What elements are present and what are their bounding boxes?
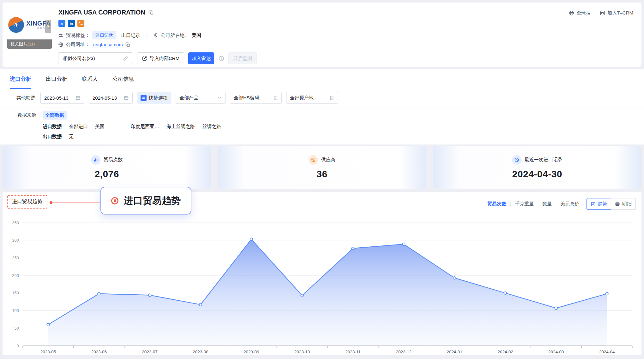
supplier-store-icon [309,155,318,165]
location-pin-icon [153,33,158,38]
similar-companies-label: 相似公司名(23) [63,56,95,62]
bar-chart-icon [91,155,100,165]
document-list-icon [329,96,334,100]
import-records-tag[interactable]: 进口记录 [92,31,116,39]
callout-title: 进口贸易趋势 [124,194,181,207]
chevron-down-icon [217,96,222,100]
tab-label: 进口分析 [10,75,31,83]
company-logo-card[interactable]: ✈ XINGFA GROUP › 相关图片(11) [7,7,52,49]
metric-kg-weight[interactable]: 千克重量 [515,201,534,207]
header-actions: 相似公司名(23) 导入内部CRM 加入雷达 开启监测 [58,52,257,64]
trade-tags-row: 贸易标签： 进口记录 出口记录 公司所在地： 美国 [58,31,201,39]
website-label: 公司网址： [66,42,90,48]
website-icon[interactable]: e [58,20,65,27]
calendar-icon [75,95,81,100]
stat-trade-count-card: 贸易次数 2,076 [3,146,211,189]
date-from-input[interactable]: 2023-05-13 [40,92,84,104]
import-source-item[interactable]: 海上丝绸之路 [166,124,195,130]
trend-callout: 进口贸易趋势 [100,187,191,215]
phone-icon[interactable] [77,20,84,27]
target-icon [111,197,118,204]
svg-text:250: 250 [12,256,19,260]
import-crm-button[interactable]: 导入内部CRM [137,52,184,64]
svg-text:2024-04: 2024-04 [599,350,615,354]
metric-quantity[interactable]: 数量 [542,201,552,207]
stat-value: 2024-04-30 [512,169,562,180]
copy-icon[interactable] [148,10,154,15]
all-data-filter[interactable]: 全部数据 [43,111,67,120]
quick-options-button[interactable]: 快捷选项 [137,92,171,104]
product-select[interactable]: 全部产品 [176,92,226,104]
svg-text:2023-05: 2023-05 [40,350,56,354]
related-images-label[interactable]: 相关图片(11) [7,39,52,49]
svg-text:300: 300 [12,238,19,243]
next-image-chevron[interactable]: › [45,20,51,33]
metric-trade-count[interactable]: 贸易次数 [487,201,506,207]
start-monitor-label: 开启监测 [233,56,252,62]
svg-text:100: 100 [12,308,19,313]
swap-arrows-icon [58,33,63,38]
global-search-button[interactable]: 全球搜 [569,10,591,16]
tab-export-analysis[interactable]: 出口分析 [46,69,67,89]
stat-label: 贸易次数 [104,157,123,163]
data-source-section: 数据来源 全部数据 进口数据 全部进口 美国 印度尼西亚… 海上丝绸之路 丝绸之… [0,111,644,140]
add-radar-button[interactable]: 加入雷达 [188,52,214,64]
clock-icon [512,155,521,165]
svg-text:2023-10: 2023-10 [294,350,310,354]
global-search-label: 全球搜 [576,10,591,16]
tab-import-analysis[interactable]: 进口分析 [10,69,31,89]
view-detail-label: 明细 [622,201,632,207]
import-source-item[interactable]: 美国 [95,124,105,130]
import-source-item[interactable]: 丝绸之路 [202,124,221,130]
view-trend-button[interactable]: 趋势 [587,198,611,210]
linkedin-icon[interactable]: in [68,20,75,27]
globe-icon [58,42,63,47]
company-title-row: XINGFA USA CORPORATION [58,9,154,16]
stat-header: 供应商 [309,155,335,165]
similar-companies-button[interactable]: 相似公司名(23) [58,52,133,64]
import-icon [142,56,147,61]
metric-usd-total[interactable]: 美元总价 [560,201,579,207]
add-radar-label: 加入雷达 [192,56,211,62]
trade-tags-label: 贸易标签： [66,32,90,38]
svg-text:150: 150 [12,291,19,295]
join-tcrm-button[interactable]: 加入T–CRM [600,10,633,16]
trend-area-chart[interactable]: 0501001502002503003502023-052023-062023-… [4,219,639,354]
view-detail-button[interactable]: 明细 [611,198,636,210]
divider [0,108,644,108]
divider [538,202,538,206]
tab-company-info[interactable]: 公司信息 [112,69,134,89]
plane-icon: ✈ [12,21,20,29]
tab-contacts[interactable]: 联系人 [82,69,98,89]
stat-header: 贸易次数 [91,155,123,165]
calendar-icon [124,95,129,100]
export-records-tag[interactable]: 出口记录 [121,32,140,38]
svg-text:2024-01: 2024-01 [447,350,462,354]
logo-globe-graphic: ✈ [8,17,24,33]
import-source-item[interactable]: 全部进口 [69,124,88,130]
callout-connector-line [51,203,104,203]
export-source-value: 无 [69,134,74,140]
website-link[interactable]: xingfausa.com [92,42,123,47]
divider [510,202,511,206]
export-data-label: 出口数据 [43,134,69,140]
document-list-icon [273,96,278,100]
import-source-item[interactable]: 印度尼西亚… [131,124,159,130]
header-topbar: 全球搜 加入T–CRM [569,10,633,16]
analysis-panel: 进口分析 出口分析 联系人 公司信息 其他筛选 2023-05-13 2024-… [0,69,644,144]
stat-value: 36 [316,169,327,180]
svg-text:350: 350 [12,221,19,225]
hs-code-select[interactable]: 全部HS编码 [230,92,282,104]
divider [595,11,595,15]
globe-search-icon [569,10,574,16]
import-crm-label: 导入内部CRM [150,56,179,62]
copy-icon[interactable] [125,42,130,47]
date-to-input[interactable]: 2024-05-13 [89,92,133,104]
info-icon[interactable] [218,56,224,62]
website-row: 公司网址： xingfausa.com [58,42,130,48]
hs-code-value: 全部HS编码 [234,95,259,101]
start-monitor-button[interactable]: 开启监测 [228,52,257,64]
origin-select[interactable]: 全部原产地 [286,92,338,104]
company-header-panel: ✈ XINGFA GROUP › 相关图片(11) XINGFA USA COR… [3,3,641,67]
tab-bar: 进口分析 出口分析 联系人 公司信息 [0,69,644,89]
